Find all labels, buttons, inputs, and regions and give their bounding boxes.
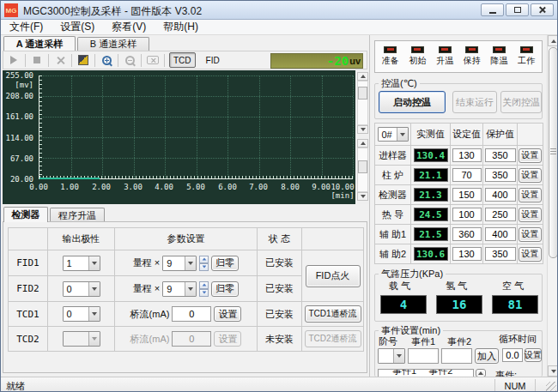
fid1-range-stepper[interactable] (199, 256, 209, 271)
event2-input[interactable] (441, 348, 472, 364)
aux1-setpoint-input[interactable] (452, 227, 482, 241)
sample-mark-button[interactable] (76, 53, 90, 67)
tcd-set-button[interactable]: 设置 (519, 208, 542, 222)
fid1-range-value: 9 (163, 256, 185, 270)
tab-program-ramp[interactable]: 程序升温 (50, 208, 105, 222)
event1-input[interactable] (408, 348, 439, 364)
tcd1-polarity-select[interactable]: 0 (63, 306, 100, 322)
delete-button[interactable] (53, 53, 67, 67)
detector-header-params: 参数设置 (115, 228, 258, 250)
close-button[interactable] (531, 3, 554, 16)
injector-setpoint-input[interactable] (452, 148, 482, 162)
menu-view[interactable]: 察看(V) (103, 19, 155, 35)
fid-signal-toggle[interactable]: FID (203, 52, 223, 68)
tcd2-bridge-input[interactable] (172, 331, 211, 347)
fid2-range-stepper[interactable] (199, 281, 209, 297)
detector-setpoint-input[interactable] (452, 188, 482, 202)
fid2-zero-button[interactable]: 归零 (211, 281, 239, 297)
tcd2-set-button[interactable]: 设置 (214, 331, 241, 347)
end-run-button[interactable]: 结束运行 (452, 91, 497, 113)
tcd1-polarity-value: 0 (64, 307, 88, 321)
injector-protect-input[interactable] (485, 148, 516, 162)
tab-channel-a[interactable]: A 通道采样 (3, 36, 76, 51)
full-scale-icon (147, 56, 159, 64)
tab-channel-a-label: A 通道采样 (16, 38, 64, 51)
fid1-polarity-select[interactable]: 1 (63, 256, 100, 271)
aux2-setpoint-input[interactable] (452, 247, 482, 261)
minimize-button[interactable] (481, 3, 504, 16)
zone-selector[interactable]: 0# (378, 127, 409, 142)
tab-detector[interactable]: 检测器 (3, 207, 48, 222)
chevron-down-icon (88, 256, 100, 270)
menu-help[interactable]: 帮助(H) (155, 19, 207, 35)
panel-scrollbar[interactable] (547, 35, 558, 377)
resize-grip[interactable] (546, 382, 556, 392)
stage-label: 阶号 (379, 335, 397, 348)
led-label: 准备 (382, 55, 399, 67)
tcd2-polarity-select[interactable] (63, 331, 100, 347)
fid-ignite-button[interactable]: FID点火 (306, 265, 361, 287)
oven-measured: 21.1 (414, 168, 448, 182)
zoom-out-button[interactable] (123, 53, 136, 67)
detector-header-actions (302, 228, 364, 250)
aux1-set-button[interactable]: 设置 (519, 227, 542, 242)
tcd-protect-input[interactable] (485, 208, 516, 221)
full-scale-button[interactable] (146, 53, 160, 67)
oven-setpoint-input[interactable] (452, 168, 482, 182)
range-label: 量程 × (133, 256, 160, 269)
x-tick: 7.00 (246, 183, 270, 191)
y-scale-scrollbar-top[interactable] (357, 72, 368, 134)
scroll-up-arrow[interactable] (548, 35, 558, 46)
fid1-zero-button[interactable]: 归零 (211, 256, 239, 271)
x-tick: 8.00 (278, 183, 302, 191)
tab-detector-label: 检测器 (12, 208, 40, 221)
detector-row-label: FID1 (9, 250, 48, 276)
tcd1-bridge-input[interactable] (172, 306, 211, 322)
stop-acquisition-button[interactable] (30, 53, 44, 67)
y-axis-unit: [mv] (4, 81, 33, 89)
fid2-range-select[interactable]: 9 (162, 281, 197, 297)
fid2-polarity-select[interactable]: 0 (63, 281, 100, 297)
start-temp-control-button[interactable]: 启动控温 (379, 91, 446, 113)
menu-settings[interactable]: 设置(S) (52, 19, 103, 35)
cycle-time-input[interactable] (502, 348, 523, 362)
toolbar-separator (71, 54, 72, 67)
tcd-setpoint-input[interactable] (452, 208, 482, 221)
chevron-down-icon (185, 256, 196, 270)
detector-protect-input[interactable] (485, 188, 516, 202)
restore-button[interactable] (506, 3, 529, 16)
zoom-in-button[interactable] (100, 53, 113, 67)
injector-set-button[interactable]: 设置 (519, 148, 542, 163)
range-label: 量程 × (133, 282, 160, 295)
fid1-range-select[interactable]: 9 (162, 256, 197, 271)
scroll-down-arrow[interactable] (548, 365, 558, 377)
led-initial: 初始 (409, 46, 426, 67)
start-acquisition-button[interactable] (7, 53, 21, 67)
tcd2-status: 未安装 (258, 327, 302, 352)
tcd-signal-toggle[interactable]: TCD (169, 52, 196, 68)
tcd2-polarity-value (64, 332, 88, 346)
aux1-protect-input[interactable] (485, 227, 516, 241)
oven-protect-input[interactable] (485, 168, 516, 182)
detector-set-button[interactable]: 设置 (519, 188, 542, 202)
chevron-down-icon (393, 349, 404, 363)
tcd1-bridge-on-button[interactable]: TCD1通桥流 (305, 305, 361, 323)
menu-file[interactable]: 文件(F) (1, 19, 52, 35)
oven-set-button[interactable]: 设置 (519, 168, 542, 183)
menu-bar: 文件(F) 设置(S) 察看(V) 帮助(H) (1, 20, 557, 35)
tab-channel-b[interactable]: B 通道采样 (77, 37, 149, 51)
aux2-protect-input[interactable] (485, 247, 516, 261)
aux2-set-button[interactable]: 设置 (519, 247, 542, 262)
tcd1-set-button[interactable]: 设置 (214, 306, 241, 322)
y-tick: 161.00 (4, 112, 33, 121)
add-event-button[interactable]: 加入 (475, 348, 499, 364)
y-scale-scrollbar-bottom[interactable] (357, 139, 368, 201)
tcd2-bridge-on-button[interactable]: TCD2通桥流 (305, 330, 361, 347)
stage-select[interactable] (378, 348, 405, 364)
zoom-out-icon (125, 56, 135, 65)
gas-pressure-group: 气路压力(KPa) 载 气 氢 气 空 气 4 16 81 (374, 274, 543, 322)
x-tick: 0.00 (27, 183, 51, 191)
close-temp-control-button[interactable]: 关闭控温 (500, 91, 542, 113)
cycle-time-set-button[interactable]: 设置 (525, 348, 542, 362)
signal-display: -20 uv (270, 53, 363, 69)
